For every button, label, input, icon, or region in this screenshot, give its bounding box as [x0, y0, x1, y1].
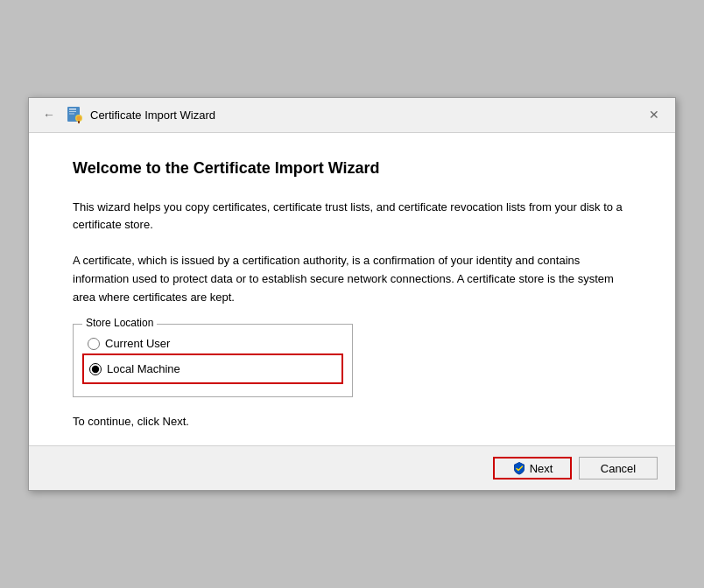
- svg-point-5: [77, 116, 81, 121]
- continue-text: To continue, click Next.: [73, 415, 631, 428]
- shield-icon: [512, 461, 526, 475]
- cancel-button[interactable]: Cancel: [579, 457, 658, 480]
- local-machine-label: Local Machine: [107, 362, 180, 375]
- local-machine-row[interactable]: Local Machine: [82, 354, 343, 384]
- svg-rect-2: [69, 111, 76, 112]
- current-user-label: Current User: [105, 337, 170, 350]
- wizard-title: Welcome to the Certificate Import Wizard: [73, 159, 631, 178]
- current-user-radio[interactable]: [88, 338, 100, 350]
- back-button[interactable]: ←: [39, 106, 59, 123]
- local-machine-radio[interactable]: [89, 363, 102, 375]
- footer: Next Cancel: [29, 445, 675, 490]
- wizard-icon: [66, 106, 83, 123]
- description-2: A certificate, which is issued by a cert…: [73, 252, 631, 306]
- title-bar-left: ← Certificate Import Wizard: [39, 106, 215, 123]
- close-button[interactable]: ✕: [644, 104, 665, 125]
- store-location-legend: Store Location: [82, 317, 157, 329]
- store-location-group: Store Location Current User Local Machin…: [73, 324, 353, 397]
- local-machine-option[interactable]: Local Machine: [89, 359, 180, 379]
- wizard-window: ← Certificate Import Wizard ✕ Welcome to…: [28, 97, 676, 492]
- description-1: This wizard helps you copy certificates,…: [73, 199, 631, 235]
- window-title: Certificate Import Wizard: [90, 108, 215, 122]
- title-bar: ← Certificate Import Wizard ✕: [29, 98, 675, 133]
- next-button[interactable]: Next: [493, 457, 572, 480]
- wizard-content: Welcome to the Certificate Import Wizard…: [29, 133, 675, 446]
- svg-rect-3: [69, 114, 74, 115]
- svg-rect-6: [78, 121, 80, 123]
- svg-rect-1: [69, 108, 76, 110]
- cancel-label: Cancel: [601, 462, 636, 475]
- next-label: Next: [530, 462, 553, 475]
- current-user-option[interactable]: Current User: [88, 333, 338, 354]
